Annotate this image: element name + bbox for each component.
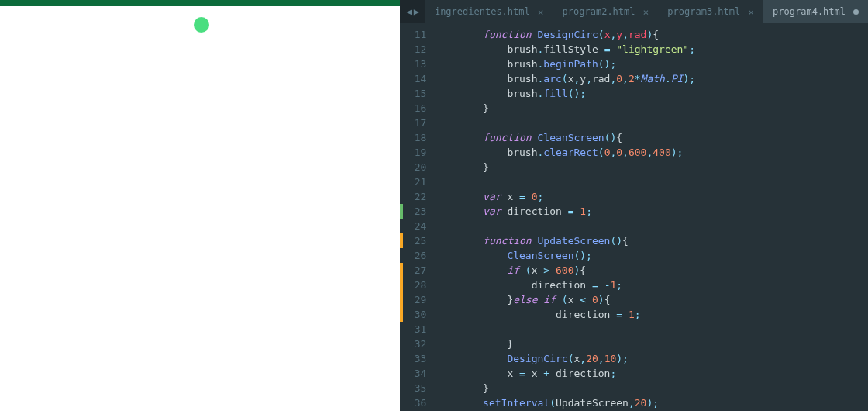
tab-nav-left-icon[interactable]: ◀ (406, 6, 412, 17)
code-line: direction = -1; (434, 278, 868, 292)
gutter-mark (400, 219, 403, 233)
editor-body[interactable]: 1112131415161718192021222324252627282930… (400, 23, 868, 411)
code-line: var direction = 1; (434, 204, 868, 219)
tab-bar: ◀ ▶ ingredientes.html × program2.html × … (400, 0, 868, 23)
top-border (0, 0, 400, 6)
line-number: 25 (405, 233, 426, 248)
gutter-mark (400, 322, 403, 337)
tab-program4[interactable]: program4.html (763, 0, 868, 23)
gutter-mark (400, 307, 403, 322)
gutter-mark (400, 42, 403, 57)
gutter-mark (400, 57, 403, 71)
gutter-mark (400, 189, 403, 204)
code-line (434, 219, 868, 233)
modified-indicator-icon (853, 9, 859, 15)
gutter-mark (400, 204, 403, 219)
code-line: var x = 0; (434, 189, 868, 204)
line-number: 33 (405, 351, 426, 366)
line-number: 21 (405, 174, 426, 189)
line-number: 12 (405, 42, 426, 57)
gutter-mark (400, 71, 403, 86)
tab-label: ingredientes.html (435, 6, 530, 17)
gutter-mark (400, 27, 403, 42)
line-number: 30 (405, 307, 426, 322)
gutter-mark (400, 263, 403, 278)
code-line: CleanScreen(); (434, 248, 868, 263)
gutter-mark (400, 160, 403, 174)
line-numbers: 1112131415161718192021222324252627282930… (405, 27, 434, 411)
close-icon[interactable]: × (643, 6, 649, 18)
code-line (434, 174, 868, 189)
animated-circle (194, 17, 209, 33)
code-line: if (x > 600){ (434, 263, 868, 278)
code-line: brush.fillStyle = "lightgreen"; (434, 42, 868, 57)
gutter-mark (400, 337, 403, 351)
line-number: 13 (405, 57, 426, 71)
tab-nav-right-icon[interactable]: ▶ (414, 6, 419, 17)
code-line (434, 322, 868, 337)
code-line: DesignCirc(x,20,10); (434, 351, 868, 366)
gutter-mark (400, 116, 403, 130)
line-number: 11 (405, 27, 426, 42)
line-number: 31 (405, 322, 426, 337)
gutter-mark (400, 174, 403, 189)
gutter-mark (400, 351, 403, 366)
code-line: x = x + direction; (434, 366, 868, 381)
code-line: direction = 1; (434, 307, 868, 322)
code-line: function DesignCirc(x,y,rad){ (434, 27, 868, 42)
code-line: brush.fill(); (434, 86, 868, 101)
tab-label: program3.html (667, 6, 740, 17)
tab-label: program4.html (773, 6, 846, 17)
code-line (434, 116, 868, 130)
gutter-mark (400, 130, 403, 145)
close-icon[interactable]: × (748, 6, 754, 18)
code-line: } (434, 337, 868, 351)
gutter-mark (400, 145, 403, 160)
line-number: 18 (405, 130, 426, 145)
line-number: 19 (405, 145, 426, 160)
line-number: 16 (405, 101, 426, 116)
code-line: brush.arc(x,y,rad,0,2*Math.PI); (434, 71, 868, 86)
code-line: }else if (x < 0){ (434, 292, 868, 307)
gutter-mark (400, 381, 403, 395)
line-number: 15 (405, 86, 426, 101)
line-number: 29 (405, 292, 426, 307)
line-number: 32 (405, 337, 426, 351)
code-line: setInterval(UpdateScreen,20); (434, 395, 868, 410)
line-number: 35 (405, 381, 426, 395)
browser-preview-pane (0, 0, 400, 411)
tab-ingredientes[interactable]: ingredientes.html × (425, 0, 553, 23)
gutter-mark (400, 278, 403, 292)
code-area[interactable]: function DesignCirc(x,y,rad){ brush.fill… (434, 27, 868, 411)
close-icon[interactable]: × (538, 6, 544, 18)
line-number: 24 (405, 219, 426, 233)
line-number: 27 (405, 263, 426, 278)
gutter-mark (400, 233, 403, 248)
line-number: 23 (405, 204, 426, 219)
gutter-mark (400, 292, 403, 307)
line-number: 28 (405, 278, 426, 292)
line-number: 14 (405, 71, 426, 86)
code-line: } (434, 160, 868, 174)
tab-program2[interactable]: program2.html × (553, 0, 659, 23)
code-line: function UpdateScreen(){ (434, 233, 868, 248)
line-number: 17 (405, 116, 426, 130)
code-line: } (434, 381, 868, 395)
line-number: 36 (405, 395, 426, 410)
line-number: 26 (405, 248, 426, 263)
line-number: 22 (405, 189, 426, 204)
gutter-mark (400, 86, 403, 101)
code-line: brush.beginPath(); (434, 57, 868, 71)
gutter-mark (400, 366, 403, 381)
tab-nav: ◀ ▶ (400, 6, 425, 17)
tab-program3[interactable]: program3.html × (658, 0, 763, 23)
code-line: brush.clearRect(0,0,600,400); (434, 145, 868, 160)
code-editor-pane: ◀ ▶ ingredientes.html × program2.html × … (400, 0, 868, 411)
tab-label: program2.html (563, 6, 636, 17)
line-number: 20 (405, 160, 426, 174)
code-line: function CleanScreen(){ (434, 130, 868, 145)
line-number: 34 (405, 366, 426, 381)
gutter-mark (400, 395, 403, 410)
code-line: } (434, 101, 868, 116)
gutter-mark (400, 101, 403, 116)
